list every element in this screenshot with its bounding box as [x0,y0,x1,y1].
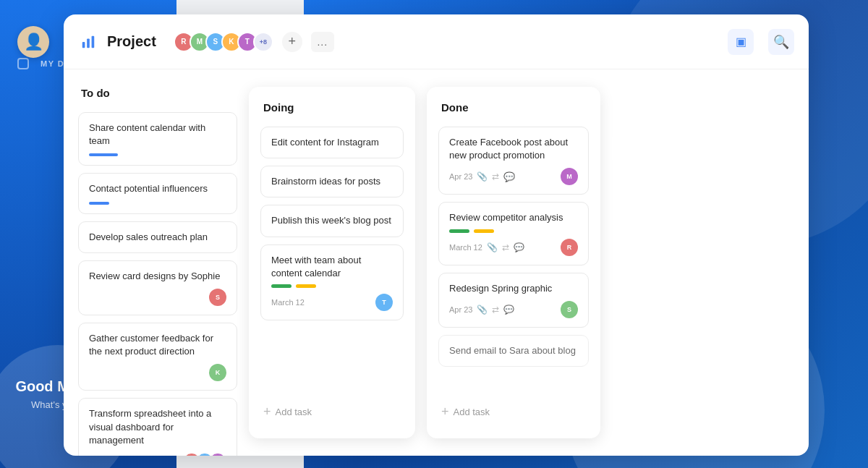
tags-row [271,284,393,288]
task-title: Publish this week's blog post [271,214,393,227]
add-task-button[interactable]: + Add task [260,400,404,424]
comment-icon: 💬 [503,171,515,182]
add-section-area: + Add section [612,113,708,167]
column-spacer [260,328,404,393]
tag-green [449,229,469,233]
progress-bar [89,153,118,156]
task-footer [89,153,226,156]
my-day-checkbox[interactable] [17,58,29,69]
topbar: Project R M S K T +8 + ... ▣ 🔍 [64,14,809,69]
tag-green [271,284,292,288]
add-icon: + [263,404,271,420]
doing-header: Doing [260,101,404,119]
add-icon: + [441,404,449,420]
tag-yellow [474,229,494,233]
profile-avatar[interactable]: 👤 [17,26,49,58]
share-icon: ⇄ [502,242,509,252]
done-header: Done [438,101,589,119]
task-footer [89,202,226,205]
task-avatar: S [561,301,578,318]
task-card[interactable]: Share content calendar with team [78,112,237,166]
comment-icon: 💬 [514,242,524,252]
task-title: Redesign Spring graphic [449,282,578,295]
task-card[interactable]: Transform spreadsheet into a visual dash… [78,398,237,456]
task-avatar: R [561,239,578,256]
todo-header: To do [78,87,237,105]
view-icon: ▣ [736,35,746,48]
task-footer: Apr 23 📎 ⇄ 💬 S [449,301,578,318]
avatar-group: R M S K T +8 [174,32,273,52]
task-card[interactable]: Create Facebook post about new product p… [438,127,589,195]
task-avatar: T [375,294,393,311]
attachment-icon: 📎 [477,305,488,315]
todo-column: To do Share content calendar with team C… [78,87,237,438]
task-date: Apr 23 [449,305,472,314]
task-card[interactable]: Publish this week's blog post [260,205,404,237]
view-toggle-button[interactable]: ▣ [728,29,754,55]
task-footer: R M T [89,453,226,456]
task-card[interactable]: Gather customer feedback for the next pr… [78,323,237,391]
task-footer: K [89,364,226,381]
bar-chart-icon [80,34,96,50]
attachment-icon: 📎 [477,171,488,182]
tags-row [449,229,578,233]
comment-icon: 💬 [503,305,514,315]
task-title: Meet with team about content calendar [271,254,393,280]
task-footer: March 12 📎 ⇄ 💬 R [449,239,578,256]
task-card[interactable]: Redesign Spring graphic Apr 23 📎 ⇄ 💬 S [438,273,589,328]
main-card: Project R M S K T +8 + ... ▣ 🔍 To do Sha… [64,14,809,456]
task-title: Contact potential influencers [89,182,226,195]
meta-row: March 12 📎 ⇄ 💬 [449,242,524,252]
avatar-count[interactable]: +8 [253,32,273,52]
task-title: Gather customer feedback for the next pr… [89,332,226,358]
task-title: Brainstorm ideas for posts [271,175,393,188]
more-options-button[interactable]: ... [311,32,334,52]
task-card[interactable]: Brainstorm ideas for posts [260,166,404,197]
task-footer: Apr 23 📎 ⇄ 💬 M [449,168,578,185]
done-column: Done Create Facebook post about new prod… [427,87,600,438]
topbar-title: Project [107,33,156,50]
task-title: Review competitor analysis [449,211,578,224]
task-date: March 12 [449,243,482,252]
attachment-icon: 📎 [487,242,498,252]
column-spacer [438,374,589,393]
doing-column: Doing Edit content for Instagram Brainst… [249,87,415,438]
task-title: Develop sales outreach plan [89,231,226,244]
share-icon: ⇄ [492,305,499,315]
add-section-button[interactable]: + Add section [612,130,708,167]
task-title: Review card designs by Sophie [89,270,226,283]
meta-row: Apr 23 📎 ⇄ 💬 [449,305,514,315]
task-date: March 12 [271,298,305,307]
svg-rect-1 [87,38,90,48]
task-card[interactable]: Review competitor analysis March 12 📎 ⇄ … [438,202,589,265]
svg-rect-0 [82,42,85,48]
meta-row: Apr 23 📎 ⇄ 💬 [449,171,515,182]
project-icon [78,32,98,52]
share-icon: ⇄ [492,171,499,182]
task-card[interactable]: Edit content for Instagram [260,127,404,158]
add-task-button[interactable]: + Add task [438,400,589,424]
svg-rect-2 [92,35,95,48]
add-member-button[interactable]: + [282,32,302,52]
task-card[interactable]: Contact potential influencers [78,173,237,213]
board-area: To do Share content calendar with team C… [64,69,809,456]
task-avatar: S [209,289,226,306]
task-title: Create Facebook post about new product p… [449,136,578,162]
multi-avatar-row: R M T [183,453,226,456]
task-footer: S [89,289,226,306]
task-avatar: M [561,168,578,185]
task-card[interactable]: Review card designs by Sophie S [78,260,237,315]
task-title: Send email to Sara about blog [449,344,578,357]
search-button[interactable]: 🔍 [768,29,794,55]
task-title: Transform spreadsheet into a visual dash… [89,407,226,447]
add-section-label: Add section [641,143,694,155]
task-avatar: K [209,364,226,381]
progress-bar [89,202,109,205]
task-card[interactable]: Send email to Sara about blog [438,335,589,367]
task-title: Share content calendar with team [89,122,226,148]
task-card[interactable]: Meet with team about content calendar Ma… [260,244,404,320]
task-date: Apr 23 [449,172,472,181]
task-avatar: T [209,453,226,456]
task-footer: March 12 T [271,294,393,311]
task-card[interactable]: Develop sales outreach plan [78,221,237,253]
